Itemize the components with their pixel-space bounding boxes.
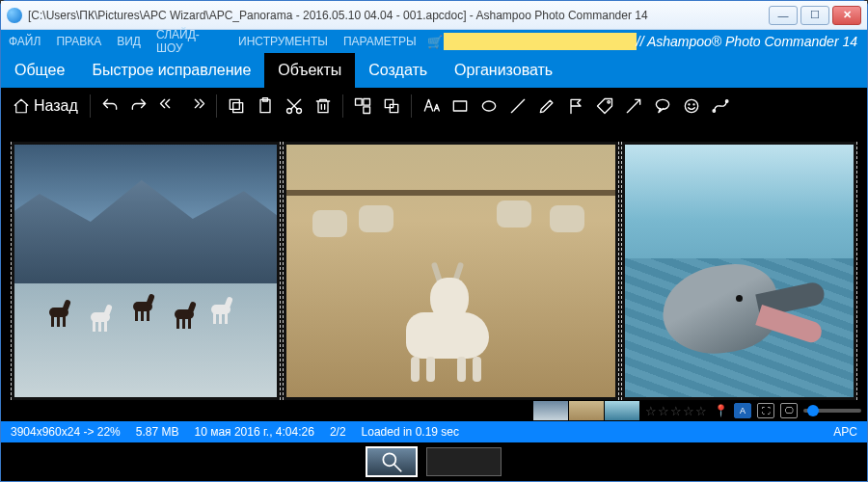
arrow-tool-button[interactable] <box>620 93 647 120</box>
app-icon <box>7 8 22 23</box>
tag-tool-button[interactable] <box>591 93 618 120</box>
tab-general[interactable]: Общее <box>1 53 78 88</box>
titlebar: [C:\Users\ПК\Pictures\APC Wizard\APC_Pan… <box>1 1 867 30</box>
chip-screen[interactable]: 🖵 <box>780 403 798 418</box>
line-tool-button[interactable] <box>504 93 531 120</box>
window-title: [C:\Users\ПК\Pictures\APC Wizard\APC_Pan… <box>28 9 769 22</box>
svg-rect-7 <box>364 107 370 114</box>
tab-create[interactable]: Создать <box>355 53 441 88</box>
panorama-strip <box>11 142 857 400</box>
flag-icon <box>566 96 585 116</box>
bottom-tray <box>1 442 867 481</box>
chip-aa[interactable]: A <box>734 403 751 418</box>
group-button[interactable] <box>349 93 376 120</box>
rating-row: ☆☆☆☆☆ 📍 A ⛶ 🖵 <box>533 400 861 421</box>
rect-tool-button[interactable] <box>447 93 474 120</box>
home-icon <box>13 97 30 115</box>
svg-point-15 <box>685 99 697 112</box>
menu-slideshow[interactable]: СЛАЙД-ШОУ <box>149 30 231 53</box>
text-tool-button[interactable] <box>418 93 445 120</box>
app-window: [C:\Users\ПК\Pictures\APC Wizard\APC_Pan… <box>0 0 868 482</box>
status-index: 2/2 <box>330 425 346 439</box>
bubble-tool-button[interactable] <box>649 93 676 120</box>
status-dims: 3904x960x24 -> 22% <box>11 425 121 439</box>
minimize-button[interactable]: — <box>769 6 798 25</box>
spline-tool-button[interactable] <box>707 93 734 120</box>
smiley-icon <box>682 96 701 116</box>
bubble-icon <box>653 96 672 116</box>
cut-button[interactable] <box>281 93 308 120</box>
svg-rect-6 <box>355 99 362 106</box>
pane-dolphin[interactable] <box>621 142 857 400</box>
view-chips: A ⛶ 🖵 <box>734 403 798 418</box>
back-button[interactable]: Назад <box>7 93 84 120</box>
menu-edit[interactable]: ПРАВКА <box>48 30 109 53</box>
tab-objects[interactable]: Объекты <box>264 53 355 88</box>
back-label: Назад <box>34 97 78 115</box>
delete-button[interactable] <box>310 93 337 120</box>
magnifier-icon <box>379 449 404 474</box>
search-input[interactable] <box>444 33 637 50</box>
svg-point-17 <box>693 104 694 105</box>
paste-button[interactable] <box>252 93 279 120</box>
menu-settings[interactable]: ПАРАМЕТРЫ <box>336 30 424 53</box>
brand-label: // Ashampoo® Photo Commander 14 <box>637 30 867 53</box>
search-box: 🛒 <box>426 30 637 53</box>
pane-horses[interactable] <box>11 142 281 400</box>
group-icon <box>353 96 372 116</box>
ellipse-tool-button[interactable] <box>475 93 502 120</box>
svg-point-13 <box>608 101 610 104</box>
undo-all-button[interactable] <box>154 93 181 120</box>
tab-quickfix[interactable]: Быстрое исправление <box>78 53 264 88</box>
pane-goat[interactable] <box>283 142 619 400</box>
menu-file[interactable]: ФАЙЛ <box>1 30 48 53</box>
rect-icon <box>450 96 470 116</box>
copy-button[interactable] <box>223 93 250 120</box>
zoom-slider[interactable] <box>803 409 861 413</box>
separator <box>342 94 343 118</box>
trash-icon <box>313 96 333 116</box>
tag-icon <box>595 96 614 116</box>
maximize-button[interactable]: ☐ <box>800 6 829 25</box>
chip-fit[interactable]: ⛶ <box>757 403 774 418</box>
status-date: 10 мая 2016 г., 4:04:26 <box>194 425 313 439</box>
redo-button[interactable] <box>125 93 152 120</box>
status-size: 5.87 MB <box>136 425 179 439</box>
svg-rect-1 <box>230 99 239 109</box>
menu-tools[interactable]: ИНСТРУМЕНТЫ <box>231 30 336 53</box>
smiley-tool-button[interactable] <box>678 93 705 120</box>
tray-set-thumb[interactable] <box>426 447 502 476</box>
flag-tool-button[interactable] <box>562 93 589 120</box>
scissors-icon <box>285 96 304 116</box>
canvas-area[interactable]: ☆☆☆☆☆ 📍 A ⛶ 🖵 <box>1 124 867 421</box>
undo-all-icon <box>158 96 177 116</box>
svg-point-16 <box>689 104 690 105</box>
menu-view[interactable]: ВИД <box>109 30 149 53</box>
cart-icon[interactable]: 🛒 <box>426 35 444 49</box>
tab-organize[interactable]: Организовать <box>441 53 566 88</box>
pencil-tool-button[interactable] <box>533 93 560 120</box>
arrow-icon <box>624 96 643 116</box>
mini-preview[interactable] <box>533 401 639 420</box>
line-icon <box>508 96 528 116</box>
paste-icon <box>256 96 275 116</box>
tray-zoom-thumb[interactable] <box>366 447 417 476</box>
copy-icon <box>227 96 246 116</box>
redo-all-button[interactable] <box>183 93 210 120</box>
undo-button[interactable] <box>96 93 123 120</box>
spline-icon <box>711 96 730 116</box>
svg-rect-8 <box>364 99 370 106</box>
svg-rect-10 <box>390 104 397 112</box>
svg-point-20 <box>383 453 395 466</box>
svg-rect-11 <box>453 101 466 111</box>
pin-icon[interactable]: 📍 <box>714 404 728 417</box>
tabbar: Общее Быстрое исправление Объекты Создат… <box>1 53 867 88</box>
ellipse-icon <box>479 96 499 116</box>
toolbar: Назад <box>1 88 867 124</box>
ungroup-button[interactable] <box>378 93 405 120</box>
rating-stars[interactable]: ☆☆☆☆☆ <box>645 404 708 418</box>
close-button[interactable]: ✕ <box>832 6 861 25</box>
pencil-icon <box>537 96 556 116</box>
ungroup-icon <box>382 96 401 116</box>
separator <box>216 94 217 118</box>
